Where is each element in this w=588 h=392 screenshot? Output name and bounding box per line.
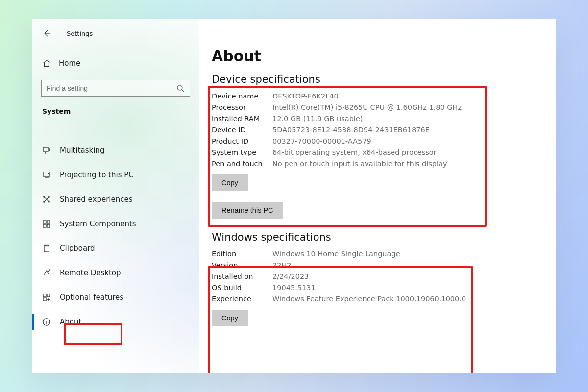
spec-value: 64-bit operating system, x64-based proce… bbox=[272, 148, 528, 156]
svg-rect-14 bbox=[43, 294, 46, 297]
settings-window: Settings Home System bbox=[32, 19, 556, 373]
spec-key: Device ID bbox=[212, 126, 272, 134]
spec-value: DESKTOP-F6K2L40 bbox=[272, 92, 528, 100]
search-box[interactable] bbox=[41, 80, 190, 97]
spec-value: 2/24/2023 bbox=[272, 272, 528, 280]
spec-value: 22H2 bbox=[272, 261, 528, 269]
svg-point-4 bbox=[49, 196, 49, 197]
spec-key: Device name bbox=[212, 92, 272, 100]
sidebar-item-label: Remote Desktop bbox=[60, 269, 121, 277]
sidebar-nav: Multitasking Projecting to this PC Share… bbox=[41, 139, 190, 334]
remote-icon bbox=[42, 269, 51, 277]
device-specifications-section: Device specifications Device name DESKTO… bbox=[212, 74, 528, 191]
rename-row: Rename this PC bbox=[212, 202, 528, 219]
window-title: Settings bbox=[67, 30, 93, 37]
search-input[interactable] bbox=[47, 84, 176, 92]
device-specs-heading: Device specifications bbox=[212, 74, 528, 85]
sidebar-item-system-components[interactable]: System Components bbox=[41, 212, 190, 236]
back-arrow-icon bbox=[42, 29, 51, 38]
main-content: About Device specifications Device name … bbox=[199, 19, 556, 373]
sidebar-home[interactable]: Home bbox=[41, 53, 190, 73]
spec-value: Windows 10 Home Single Language bbox=[272, 250, 528, 258]
sidebar-item-multitasking[interactable]: Multitasking bbox=[41, 139, 190, 162]
sidebar-item-shared-experiences[interactable]: Shared experiences bbox=[41, 188, 190, 211]
spec-key: Processor bbox=[212, 103, 272, 111]
svg-rect-1 bbox=[43, 147, 48, 151]
sidebar-item-label: Clipboard bbox=[60, 244, 95, 253]
spec-key: Version bbox=[212, 261, 272, 269]
sidebar-item-about[interactable]: About bbox=[41, 310, 190, 334]
device-specs-grid: Device name DESKTOP-F6K2L40 Processor In… bbox=[212, 92, 528, 168]
sidebar-item-label: Projecting to this PC bbox=[60, 171, 134, 179]
spec-key: Pen and touch bbox=[212, 160, 272, 168]
sidebar-item-clipboard[interactable]: Clipboard bbox=[41, 237, 190, 260]
search-icon bbox=[176, 84, 185, 93]
titlebar: Settings bbox=[41, 27, 190, 40]
svg-rect-8 bbox=[47, 220, 50, 223]
page-title: About bbox=[212, 48, 528, 65]
shared-icon bbox=[42, 195, 51, 204]
svg-rect-7 bbox=[43, 220, 46, 223]
spec-key: Installed on bbox=[212, 272, 272, 280]
spec-value: 19045.5131 bbox=[272, 284, 528, 292]
info-icon bbox=[42, 318, 51, 326]
spec-value: 00327-70000-00001-AA579 bbox=[272, 137, 528, 145]
back-button[interactable] bbox=[41, 28, 52, 39]
components-icon bbox=[42, 220, 51, 228]
windows-specs-grid: Edition Windows 10 Home Single Language … bbox=[212, 250, 528, 303]
svg-rect-15 bbox=[47, 294, 50, 297]
sidebar-item-label: Shared experiences bbox=[60, 195, 133, 204]
spec-value: No pen or touch input is available for t… bbox=[272, 160, 528, 168]
windows-specs-heading: Windows specifications bbox=[212, 231, 528, 243]
spec-key: Edition bbox=[212, 250, 272, 258]
multitask-icon bbox=[42, 146, 51, 155]
sidebar-item-label: Optional features bbox=[60, 293, 123, 302]
home-icon bbox=[42, 59, 51, 68]
sidebar-category: System bbox=[41, 107, 190, 115]
rename-pc-button[interactable]: Rename this PC bbox=[212, 202, 283, 219]
svg-rect-10 bbox=[47, 224, 50, 227]
sidebar-home-label: Home bbox=[59, 59, 80, 68]
sidebar: Settings Home System bbox=[32, 19, 199, 373]
spec-key: OS build bbox=[212, 284, 272, 292]
spec-key: Product ID bbox=[212, 137, 272, 145]
spec-value: 12.0 GB (11.9 GB usable) bbox=[272, 115, 528, 122]
sidebar-item-optional-features[interactable]: Optional features bbox=[41, 286, 190, 309]
project-icon bbox=[42, 171, 51, 179]
svg-point-18 bbox=[46, 320, 47, 320]
svg-point-5 bbox=[44, 201, 45, 202]
copy-windows-specs-button[interactable]: Copy bbox=[212, 310, 248, 326]
windows-specifications-section: Windows specifications Edition Windows 1… bbox=[212, 231, 528, 326]
optional-icon bbox=[42, 293, 51, 302]
copy-device-specs-button[interactable]: Copy bbox=[212, 174, 248, 191]
svg-rect-9 bbox=[43, 224, 46, 227]
spec-key: Experience bbox=[212, 295, 272, 303]
spec-value: Windows Feature Experience Pack 1000.190… bbox=[272, 295, 528, 303]
spec-value: 5DA05723-8E12-4538-8D94-2431EB61876E bbox=[272, 126, 528, 134]
spec-key: System type bbox=[212, 148, 272, 156]
sidebar-item-label: System Components bbox=[60, 220, 136, 228]
svg-rect-16 bbox=[43, 298, 46, 301]
sidebar-item-label: About bbox=[60, 318, 81, 326]
sidebar-item-label: Multitasking bbox=[60, 146, 104, 155]
sidebar-item-remote-desktop[interactable]: Remote Desktop bbox=[41, 261, 190, 285]
svg-point-0 bbox=[177, 85, 182, 90]
spec-key: Installed RAM bbox=[212, 115, 272, 122]
svg-point-3 bbox=[44, 196, 45, 197]
clipboard-icon bbox=[42, 244, 51, 253]
spec-value: Intel(R) Core(TM) i5-8265U CPU @ 1.60GHz… bbox=[272, 103, 528, 111]
sidebar-item-projecting[interactable]: Projecting to this PC bbox=[41, 163, 190, 187]
